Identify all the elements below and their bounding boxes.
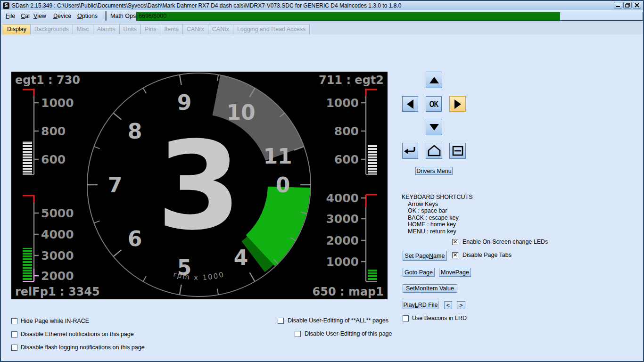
drivers-menu-button[interactable]: Drivers Menu — [415, 167, 453, 175]
svg-text:800: 800 — [334, 124, 359, 138]
enable-onscreen-leds-label: Enable On-Screen change LEDs — [462, 239, 548, 245]
play-lrd-file-button[interactable]: Play LRD File — [403, 301, 438, 309]
close-button[interactable] — [633, 2, 641, 8]
back-button[interactable] — [402, 143, 418, 159]
disable-ethernet-notifications-label: Disasble Ethernet notifications on this … — [21, 331, 134, 337]
disable-user-editing-page-label: Disable User-Editting of this page — [305, 330, 392, 337]
tab-cantx[interactable]: CANtx — [208, 24, 233, 34]
enable-onscreen-leds-checkbox[interactable]: ✕ — [452, 239, 458, 245]
tab-misc[interactable]: Misc — [73, 24, 93, 34]
set-page-name-button[interactable]: Set Page Name — [403, 251, 447, 261]
down-arrow-icon — [429, 123, 439, 131]
right-arrow-icon — [454, 99, 462, 109]
up-button[interactable] — [426, 72, 442, 88]
tab-alarms[interactable]: Alarms — [93, 24, 120, 34]
app-icon: S — [3, 2, 9, 9]
set-monitem-value-button[interactable]: Set MonItem Value — [403, 284, 457, 293]
shortcut-line: BACK : escape key — [408, 214, 473, 222]
svg-text:1000: 1000 — [326, 96, 359, 110]
ok-button[interactable]: OK — [426, 96, 442, 112]
restore-icon — [625, 3, 630, 8]
tach-number-0: 0 — [276, 173, 290, 197]
math-ops-label: Math Ops — [110, 13, 136, 19]
shortcut-line: MENU : return key — [408, 228, 473, 235]
disable-ethernet-notifications-checkbox[interactable] — [11, 331, 17, 337]
menu-cal[interactable]: Cal — [21, 13, 30, 19]
hide-page-in-race-checkbox[interactable] — [11, 318, 17, 324]
use-beacons-checkbox[interactable] — [403, 315, 409, 321]
tab-items[interactable]: Items — [160, 24, 183, 34]
right-button[interactable] — [449, 96, 466, 112]
disable-page-tabs-checkbox[interactable]: ✕ — [452, 252, 458, 258]
dash-preview-panel[interactable]: 0 4 5 6 7 8 9 10 11 3 rpm x 1000 — [11, 72, 388, 299]
disable-user-editing-page-checkbox[interactable] — [295, 331, 301, 337]
hide-page-in-race-label: Hide Page while IN-RACE — [21, 318, 89, 324]
gauge-map1: 4000 3000 2000 1000 650 : map1 — [313, 191, 384, 298]
svg-text:5000: 5000 — [41, 206, 74, 220]
window-title: SDash 2.15.349 : C:\Users\Public\Documen… — [12, 2, 401, 9]
restore-button[interactable] — [623, 2, 632, 8]
disable-flash-logging-checkbox[interactable] — [11, 345, 17, 351]
map1-bar — [368, 269, 377, 280]
svg-text:2000: 2000 — [326, 234, 359, 247]
lrd-next-button[interactable]: > — [457, 301, 465, 309]
menu-view[interactable]: View — [33, 13, 46, 19]
left-button[interactable] — [402, 96, 418, 112]
disable-user-editing-all-checkbox[interactable] — [278, 318, 284, 324]
relfp1-bar — [23, 248, 32, 280]
svg-text:1000: 1000 — [41, 96, 74, 110]
window-controls — [614, 2, 641, 8]
egt1-limit-marker — [23, 90, 34, 96]
home-icon — [427, 144, 441, 158]
close-icon — [635, 3, 639, 8]
menu-file[interactable]: File — [6, 13, 15, 19]
svg-text:800: 800 — [41, 124, 66, 138]
relfp1-limit-marker — [23, 196, 34, 202]
gauge-egt2: 1000 800 600 711 : egt2 — [319, 74, 384, 174]
dash-preview-graphics: 0 4 5 6 7 8 9 10 11 3 rpm x 1000 — [11, 72, 388, 299]
disable-flash-logging-label: Disasble flash logging notifications on … — [21, 344, 145, 351]
up-arrow-icon — [429, 76, 439, 84]
tach-number-8: 8 — [128, 119, 142, 143]
menu-device[interactable]: Device — [53, 13, 71, 19]
menu-options[interactable]: Options — [77, 13, 98, 19]
svg-text:3000: 3000 — [41, 249, 74, 263]
app-window: S SDash 2.15.349 : C:\Users\Public\Docum… — [0, 0, 644, 362]
tach-number-9: 9 — [177, 90, 192, 115]
keyboard-shortcuts: KEYBOARD SHORTCUTS Arrow Keys OK : space… — [402, 194, 473, 235]
svg-text:2000: 2000 — [41, 269, 74, 283]
egt1-label: egt1 : 730 — [15, 74, 80, 87]
disable-page-tabs-label: Disable Page Tabs — [462, 252, 512, 258]
goto-page-button[interactable]: Goto Page — [403, 268, 435, 277]
svg-text:600: 600 — [334, 153, 359, 166]
tach-caption: rpm x 1000 — [173, 270, 226, 282]
relfp1-label: relFp1 : 3345 — [15, 285, 100, 298]
tab-canrx[interactable]: CANrx — [182, 24, 208, 34]
tab-backgrounds[interactable]: Backgrounds — [30, 24, 73, 34]
title-bar: S SDash 2.15.349 : C:\Users\Public\Docum… — [1, 1, 643, 10]
shortcut-line: OK : space bar — [408, 207, 473, 214]
minimize-button[interactable] — [614, 2, 622, 8]
home-button[interactable] — [426, 143, 442, 159]
tach-number-6: 6 — [128, 227, 142, 251]
ok-label: OK — [429, 99, 438, 109]
menu-separator — [105, 11, 107, 21]
progress-fill — [137, 12, 560, 20]
shortcuts-title: KEYBOARD SHORTCUTS — [402, 194, 473, 201]
menu-button[interactable] — [449, 143, 466, 159]
down-button[interactable] — [426, 119, 442, 135]
tab-units[interactable]: Units — [119, 24, 141, 34]
tab-pins[interactable]: Pins — [140, 24, 160, 34]
tach-number-7: 7 — [108, 173, 123, 197]
use-beacons-label: Use Beacons in LRD — [412, 315, 467, 321]
tab-logging-read-access[interactable]: Logging and Read Access — [233, 24, 310, 34]
lrd-prev-button[interactable]: < — [444, 301, 452, 309]
svg-text:4000: 4000 — [326, 191, 359, 205]
tach-number-11: 11 — [263, 144, 292, 168]
shortcut-line: Arrow Keys — [408, 201, 473, 208]
move-page-button[interactable]: Move Page — [439, 268, 471, 277]
tab-display[interactable]: Display — [3, 24, 31, 34]
minimize-icon — [616, 3, 620, 8]
gauge-egt1: 1000 800 600 egt1 : 730 — [15, 74, 80, 174]
egt2-bar — [368, 144, 377, 174]
